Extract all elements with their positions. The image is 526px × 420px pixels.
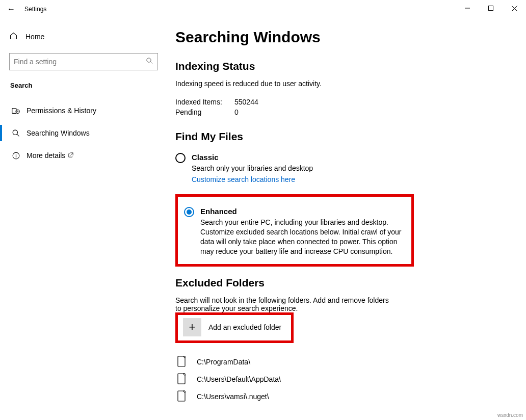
excluded-folder-item[interactable]: C:\Users\Default\AppData\	[175, 371, 511, 388]
svg-line-5	[150, 62, 152, 64]
folder-icon	[177, 356, 188, 368]
nav-permissions-history[interactable]: Permissions & History	[9, 99, 163, 122]
pending-label: Pending	[175, 108, 234, 116]
permissions-icon	[10, 106, 21, 115]
add-excluded-label: Add an excluded folder	[208, 323, 281, 331]
folder-icon	[177, 390, 188, 403]
nav-label: Permissions & History	[27, 107, 96, 115]
back-button[interactable]: ←	[0, 5, 22, 14]
customize-search-link[interactable]: Customize search locations here	[192, 175, 295, 183]
svg-point-13	[15, 153, 16, 154]
external-link-icon	[68, 152, 73, 159]
info-icon	[10, 151, 21, 160]
svg-point-4	[147, 58, 151, 62]
svg-line-9	[18, 112, 19, 112]
highlight-add-folder: + Add an excluded folder	[175, 312, 294, 343]
enhanced-title: Enhanced	[200, 207, 405, 216]
classic-desc: Search only your libraries and desktop	[192, 164, 313, 173]
pending-value: 0	[234, 108, 239, 116]
watermark: wsxdn.com	[497, 412, 523, 418]
svg-point-10	[13, 130, 17, 135]
minimize-button[interactable]	[456, 0, 479, 16]
search-nav-icon	[10, 129, 21, 138]
maximize-button[interactable]	[479, 0, 503, 16]
folder-path: C:\Users\vamsi\.nuget\	[197, 392, 269, 401]
svg-rect-17	[178, 391, 185, 401]
search-icon	[146, 57, 153, 66]
nav-label: Searching Windows	[27, 129, 90, 137]
plus-icon: +	[183, 318, 201, 336]
excluded-folder-item[interactable]: C:\Users\vamsi\.nuget\	[175, 388, 511, 405]
radio-icon	[175, 153, 186, 163]
radio-icon-selected	[184, 207, 194, 217]
indexing-status-heading: Indexing Status	[175, 60, 511, 72]
find-setting-input[interactable]	[14, 58, 146, 66]
indexed-items-label: Indexed Items:	[175, 98, 234, 106]
find-setting-box[interactable]	[9, 53, 158, 70]
folder-path: C:\Users\Default\AppData\	[197, 375, 281, 383]
excluded-folders-heading: Excluded Folders	[175, 277, 511, 289]
find-mode-enhanced[interactable]: Enhanced Search your entire PC, includin…	[184, 204, 405, 259]
svg-rect-6	[12, 109, 16, 114]
nav-more-details[interactable]: More details	[9, 144, 163, 167]
folder-path: C:\ProgramData\	[197, 358, 250, 366]
folder-icon	[177, 373, 188, 385]
svg-line-11	[17, 134, 19, 136]
home-label: Home	[25, 33, 44, 41]
window-title: Settings	[22, 6, 46, 13]
indexing-status-text: Indexing speed is reduced due to user ac…	[175, 80, 511, 88]
nav-label: More details	[27, 151, 73, 160]
home-nav[interactable]: Home	[9, 27, 163, 47]
highlight-enhanced: Enhanced Search your entire PC, includin…	[175, 194, 414, 267]
excluded-folders-desc: Search will not look in the following fo…	[175, 296, 389, 312]
close-button[interactable]	[503, 0, 526, 16]
excluded-folder-item[interactable]: C:\ProgramData\	[175, 353, 511, 371]
find-mode-classic[interactable]: Classic Search only your libraries and d…	[175, 150, 511, 187]
category-header: Search	[10, 82, 163, 89]
page-title: Searching Windows	[175, 29, 511, 46]
svg-rect-15	[178, 356, 185, 366]
svg-rect-1	[489, 6, 493, 11]
add-excluded-folder-button[interactable]: + Add an excluded folder	[183, 318, 283, 336]
nav-searching-windows[interactable]: Searching Windows	[9, 122, 163, 144]
indexed-items-value: 550244	[234, 98, 258, 106]
classic-title: Classic	[192, 153, 313, 162]
svg-rect-16	[178, 374, 185, 384]
home-icon	[9, 32, 20, 42]
enhanced-desc: Search your entire PC, including your li…	[200, 218, 405, 256]
find-my-files-heading: Find My Files	[175, 130, 511, 143]
